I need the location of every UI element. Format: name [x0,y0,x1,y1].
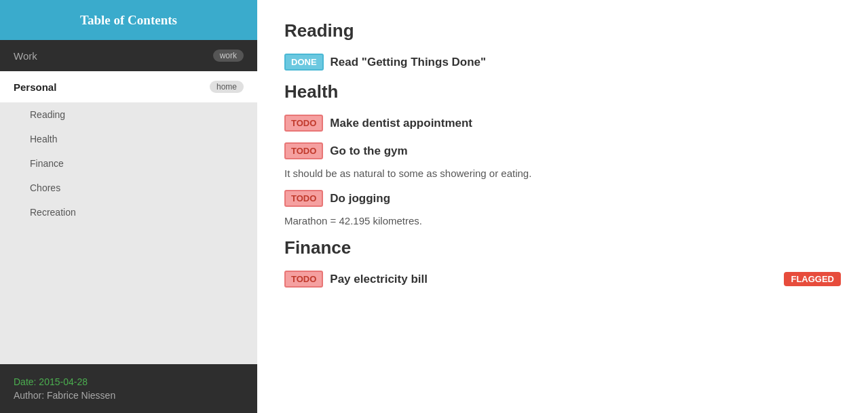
sidebar-work-label: Work [14,50,37,62]
task-text: Go to the gym [330,144,407,158]
task-note: It should be as natural to some as showe… [284,168,841,179]
task-text: Do jogging [330,192,390,205]
task-row: DONE Read "Getting Things Done" [284,54,841,71]
sidebar-item-reading[interactable]: Reading [0,102,257,127]
sidebar-item-chores[interactable]: Chores [0,176,257,200]
task-note: Marathon = 42.195 kilometres. [284,215,841,227]
task-text: Read "Getting Things Done" [331,56,487,69]
section-title-finance: Finance [284,237,841,258]
sidebar-header: Table of Contents [0,0,257,40]
task-text: Pay electricity bill [330,273,428,286]
task-left: TODO Make dentist appointment [284,115,472,132]
sidebar-personal-label: Personal [14,81,56,93]
section-title-reading: Reading [284,20,841,41]
badge-todo: TODO [284,271,323,288]
task-left: TODO Do jogging [284,190,390,207]
sidebar-section-personal[interactable]: Personal home [0,71,257,102]
sidebar-item-finance[interactable]: Finance [0,151,257,176]
task-text: Make dentist appointment [330,117,472,130]
sidebar-work-tag: work [213,50,244,62]
sidebar-title: Table of Contents [80,13,177,28]
sidebar-personal-tag: home [210,81,244,93]
task-left: DONE Read "Getting Things Done" [284,54,486,71]
main-content[interactable]: Reading DONE Read "Getting Things Done" … [257,0,868,413]
sidebar-item-health[interactable]: Health [0,127,257,151]
task-row: TODO Pay electricity bill FLAGGED [284,271,841,288]
task-left: TODO Go to the gym [284,142,408,159]
sidebar-subitems: Reading Health Finance Chores Recreation [0,102,257,364]
flagged-badge: FLAGGED [784,272,841,286]
task-row: TODO Go to the gym [284,142,841,159]
section-title-health: Health [284,81,841,102]
badge-todo: TODO [284,190,323,207]
sidebar-section-work[interactable]: Work work [0,40,257,71]
footer-author: Author: Fabrice Niessen [14,390,244,401]
badge-done: DONE [284,54,324,71]
sidebar-item-recreation[interactable]: Recreation [0,200,257,224]
badge-todo: TODO [284,115,323,132]
task-row: TODO Do jogging [284,190,841,207]
task-left: TODO Pay electricity bill [284,271,428,288]
sidebar: Table of Contents Work work Personal hom… [0,0,257,413]
task-row: TODO Make dentist appointment [284,115,841,132]
sidebar-footer: Date: 2015-04-28 Author: Fabrice Niessen [0,364,257,413]
badge-todo: TODO [284,142,323,159]
footer-date: Date: 2015-04-28 [14,376,244,387]
